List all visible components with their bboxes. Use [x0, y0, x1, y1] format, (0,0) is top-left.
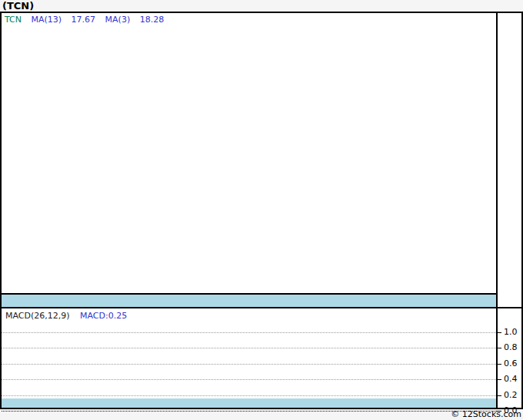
chart-title: (TCN) [2, 0, 34, 12]
dotted-gridline-zero [2, 411, 496, 412]
axis-label-0.6: 0.6 [504, 358, 518, 368]
date-strip-upper [2, 295, 496, 307]
axis-label-0.8: 0.8 [504, 342, 518, 352]
dotted-gridline [2, 364, 496, 365]
stock-chart-widget: (TCN) TCN MA(13) 17.67 MA(3) 18.28 MACD(… [0, 0, 523, 420]
price-legend: TCN MA(13) 17.67 MA(3) 18.28 [5, 15, 171, 25]
legend-ma13-value: 17.67 [72, 15, 96, 25]
macd-current-value: MACD:0.25 [80, 311, 127, 321]
chart-frame: TCN MA(13) 17.67 MA(3) 18.28 MACD(26,12,… [0, 12, 523, 409]
macd-params-label: MACD(26,12,9) [5, 311, 70, 321]
dotted-gridline [2, 348, 496, 348]
legend-ticker: TCN [5, 15, 22, 25]
macd-panel: MACD(26,12,9) MACD:0.25 1.0 0.8 0.6 [2, 307, 521, 408]
y-axis-line [496, 13, 498, 408]
legend-ma3-label: MA(3) [105, 15, 131, 25]
legend-ma3-value: 18.28 [140, 15, 165, 25]
axis-label-1.0: 1.0 [504, 327, 518, 337]
dotted-gridline [2, 395, 496, 396]
dotted-gridline [2, 332, 496, 333]
copyright-link[interactable]: © 12Stocks.com [451, 409, 521, 419]
dotted-gridline [2, 379, 496, 380]
macd-legend: MACD(26,12,9) MACD:0.25 [5, 311, 127, 321]
price-panel: TCN MA(13) 17.67 MA(3) 18.28 [2, 13, 496, 295]
axis-label-0.2: 0.2 [504, 390, 518, 400]
date-strip-lower [2, 398, 496, 408]
axis-label-0.4: 0.4 [504, 374, 518, 384]
legend-ma13-label: MA(13) [31, 15, 62, 25]
